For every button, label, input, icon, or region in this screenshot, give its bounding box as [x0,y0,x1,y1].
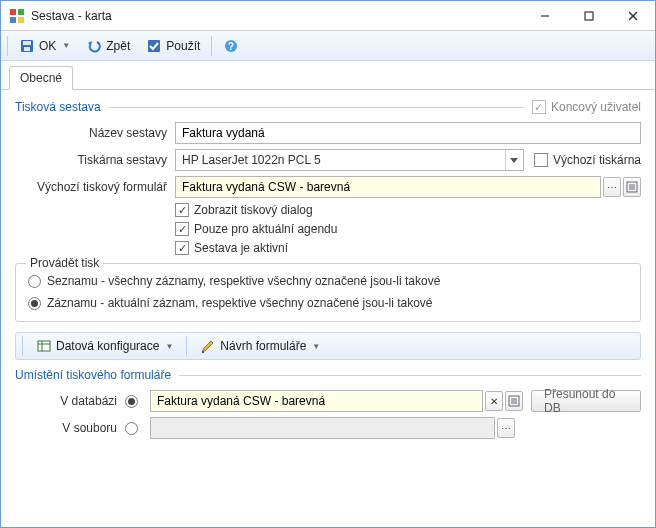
radio-icon [125,395,138,408]
save-icon [19,38,35,54]
tab-body: Tisková sestava ✓ Koncový uživatel Název… [1,90,655,527]
ok-label: OK [39,39,56,53]
print-mode-fieldset: Provádět tisk Seznamu - všechny záznamy,… [15,263,641,322]
maximize-button[interactable] [567,2,611,30]
opt2-label: Záznamu - aktuální záznam, respektive vš… [47,296,433,310]
form-design-button[interactable]: Návrh formuláře ▼ [193,334,327,358]
radio-icon [125,422,138,435]
svg-rect-3 [18,17,24,23]
zpet-label: Zpět [106,39,130,53]
checkbox-icon: ✓ [175,222,189,236]
file-radio[interactable] [125,422,144,435]
show-dialog-checkbox[interactable]: ✓ Zobrazit tiskový dialog [175,203,313,217]
cb1-label: Zobrazit tiskový dialog [194,203,313,217]
active-checkbox[interactable]: ✓ Sestava je aktivní [175,241,288,255]
form-design-label: Návrh formuláře [220,339,306,353]
pencil-icon [200,338,216,354]
current-agenda-checkbox[interactable]: ✓ Pouze pro aktuální agendu [175,222,337,236]
db-input[interactable] [150,390,483,412]
file-browse-button[interactable]: ⋯ [497,418,515,438]
data-config-label: Datová konfigurace [56,339,159,353]
list-icon [626,181,638,193]
svg-rect-2 [10,17,16,23]
zpet-button[interactable]: Zpět [79,34,137,58]
pouzit-label: Použít [166,39,200,53]
minimize-button[interactable] [523,2,567,30]
print-list-radio[interactable]: Seznamu - všechny záznamy, respektive vš… [28,274,440,288]
svg-rect-11 [148,40,160,52]
db-radio[interactable] [125,395,144,408]
db-lookup-button[interactable] [505,391,523,411]
apply-icon [146,38,162,54]
cb3-label: Sestava je aktivní [194,241,288,255]
name-label: Název sestavy [15,126,175,140]
ellipsis-icon: ⋯ [501,423,511,434]
group-title: Tisková sestava [15,100,101,114]
window-title: Sestava - karta [31,9,523,23]
svg-text:?: ? [228,41,234,52]
end-user-checkbox[interactable]: ✓ Koncový uživatel [532,100,641,114]
checkbox-icon: ✓ [532,100,546,114]
db-label: V databázi [15,394,125,408]
printer-value: HP LaserJet 1022n PCL 5 [182,153,505,167]
printer-combo[interactable]: HP LaserJet 1022n PCL 5 [175,149,524,171]
checkbox-icon [534,153,548,167]
checkbox-icon: ✓ [175,241,189,255]
radio-icon [28,297,41,310]
end-user-label: Koncový uživatel [551,100,641,114]
ellipsis-button[interactable]: ⋯ [603,177,621,197]
ellipsis-icon: ⋯ [607,182,617,193]
opt1-label: Seznamu - všechny záznamy, respektive vš… [47,274,440,288]
tabrow: Obecné [1,61,655,90]
toolbar: OK ▼ Zpět Použít ? [1,31,655,61]
name-input[interactable] [175,122,641,144]
x-icon: ✕ [490,396,498,407]
svg-rect-5 [585,12,593,20]
file-input [150,417,495,439]
undo-icon [86,38,102,54]
default-printer-checkbox[interactable]: Výchozí tiskárna [534,153,641,167]
lookup-button[interactable] [623,177,641,197]
move-db-button[interactable]: Přesunout do DB [531,390,641,412]
default-printer-label: Výchozí tiskárna [553,153,641,167]
list-icon [508,395,520,407]
close-button[interactable] [611,2,655,30]
svg-rect-9 [23,41,31,45]
checkbox-icon: ✓ [175,203,189,217]
tab-obecne[interactable]: Obecné [9,66,73,90]
titlebar: Sestava - karta [1,1,655,31]
ok-button[interactable]: OK ▼ [12,34,77,58]
secondary-toolbar: Datová konfigurace ▼ Návrh formuláře ▼ [15,332,641,360]
help-button[interactable]: ? [216,34,246,58]
svg-rect-0 [10,9,16,15]
window: Sestava - karta OK ▼ Zpět Použít ? Obecn… [0,0,656,528]
data-config-icon [36,338,52,354]
chevron-down-icon: ▼ [165,342,173,351]
form-input[interactable] [175,176,601,198]
file-label: V souboru [15,421,125,435]
svg-rect-10 [24,47,30,51]
group-title: Umístění tiskového formuláře [15,368,171,382]
move-db-label: Přesunout do DB [544,387,628,415]
chevron-down-icon: ▼ [62,41,70,50]
data-config-button[interactable]: Datová konfigurace ▼ [29,334,180,358]
tab-label: Obecné [20,71,62,85]
radio-icon [28,275,41,288]
svg-rect-18 [38,341,50,351]
printer-label: Tiskárna sestavy [15,153,175,167]
group-header-sestava: Tisková sestava ✓ Koncový uživatel [15,100,641,114]
svg-rect-1 [18,9,24,15]
form-label: Výchozí tiskový formulář [15,180,175,194]
help-icon: ? [223,38,239,54]
pouzit-button[interactable]: Použít [139,34,207,58]
group-header-location: Umístění tiskového formuláře [15,368,641,382]
cb2-label: Pouze pro aktuální agendu [194,222,337,236]
app-icon [9,8,25,24]
print-record-radio[interactable]: Záznamu - aktuální záznam, respektive vš… [28,296,433,310]
clear-button[interactable]: ✕ [485,391,503,411]
chevron-down-icon [505,150,523,170]
fieldset-legend: Provádět tisk [26,256,103,270]
chevron-down-icon: ▼ [312,342,320,351]
